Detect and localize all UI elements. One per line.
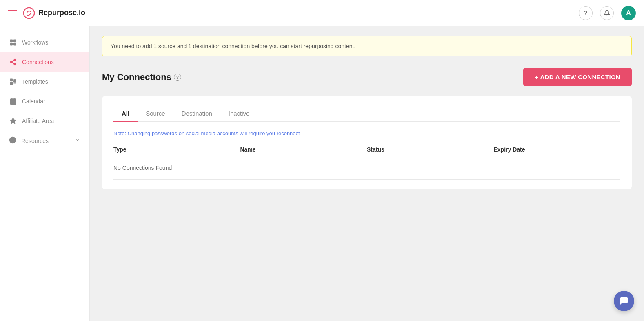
sidebar-item-connections[interactable]: Connections	[0, 52, 89, 72]
tab-all[interactable]: All	[113, 106, 138, 122]
svg-rect-2	[14, 40, 16, 42]
chevron-down-icon	[75, 137, 80, 144]
banner-text: You need to add 1 source and 1 destinati…	[111, 43, 355, 49]
main-content: You need to add 1 source and 1 destinati…	[90, 26, 644, 321]
tabs: All Source Destination Inactive	[113, 106, 620, 122]
layout: Workflows Connections	[0, 26, 644, 321]
svg-rect-10	[10, 79, 12, 81]
page-title: My Connections ?	[102, 72, 181, 82]
chat-button[interactable]	[614, 291, 634, 311]
tab-destination[interactable]: Destination	[173, 106, 220, 122]
svg-rect-1	[10, 40, 12, 42]
sidebar-label-connections: Connections	[22, 59, 54, 65]
sidebar-item-affiliate[interactable]: Affiliate Area	[0, 111, 89, 131]
topnav: Repurpose.io ? A	[0, 0, 644, 26]
reconnect-note: Note: Changing passwords on social media…	[113, 130, 620, 136]
svg-rect-16	[10, 99, 16, 105]
calendar-icon	[9, 97, 17, 105]
resources-icon	[9, 136, 16, 145]
workflows-icon	[9, 38, 17, 47]
info-banner: You need to add 1 source and 1 destinati…	[102, 36, 632, 56]
sidebar-label-templates: Templates	[22, 78, 48, 85]
svg-marker-20	[10, 118, 16, 124]
svg-rect-4	[14, 43, 16, 45]
svg-rect-3	[10, 43, 12, 45]
sidebar-item-templates[interactable]: Templates	[0, 72, 89, 91]
svg-point-5	[14, 59, 16, 61]
page-help-icon[interactable]: ?	[174, 74, 181, 81]
svg-point-0	[24, 7, 34, 18]
sidebar-item-resources[interactable]: Resources	[0, 131, 89, 151]
svg-rect-12	[14, 81, 16, 82]
sidebar-label-resources: Resources	[21, 138, 49, 144]
connections-icon	[9, 58, 17, 66]
svg-line-9	[12, 60, 14, 62]
notification-button[interactable]	[600, 6, 614, 20]
help-button[interactable]: ?	[579, 6, 593, 20]
svg-point-7	[14, 63, 16, 65]
app-name: Repurpose.io	[38, 9, 85, 17]
user-avatar[interactable]: A	[621, 6, 636, 20]
svg-rect-13	[10, 82, 12, 85]
sidebar-label-affiliate: Affiliate Area	[22, 118, 54, 124]
connections-card: All Source Destination Inactive Note: Ch…	[102, 96, 632, 189]
svg-point-6	[10, 61, 12, 63]
logo-icon	[23, 7, 35, 19]
sidebar-label-workflows: Workflows	[22, 39, 48, 46]
table-empty-message: No Connections Found	[113, 156, 620, 180]
table-header: Type Name Status Expiry Date	[113, 143, 620, 156]
sidebar: Workflows Connections	[0, 26, 90, 321]
tab-source[interactable]: Source	[138, 106, 173, 122]
col-type: Type	[113, 146, 240, 153]
logo: Repurpose.io	[23, 7, 85, 19]
tab-inactive[interactable]: Inactive	[220, 106, 258, 122]
col-expiry: Expiry Date	[494, 146, 621, 153]
col-name: Name	[240, 146, 367, 153]
affiliate-icon	[9, 117, 17, 125]
page-header: My Connections ? + ADD A NEW CONNECTION	[102, 68, 632, 86]
col-status: Status	[367, 146, 494, 153]
add-connection-button[interactable]: + ADD A NEW CONNECTION	[523, 68, 632, 86]
chat-icon	[619, 296, 629, 306]
svg-line-8	[12, 62, 14, 64]
templates-icon	[9, 78, 17, 86]
topnav-icons: ? A	[579, 6, 636, 20]
hamburger-menu[interactable]	[8, 10, 17, 16]
sidebar-item-calendar[interactable]: Calendar	[0, 91, 89, 111]
sidebar-item-workflows[interactable]: Workflows	[0, 33, 89, 52]
sidebar-label-calendar: Calendar	[22, 98, 45, 105]
